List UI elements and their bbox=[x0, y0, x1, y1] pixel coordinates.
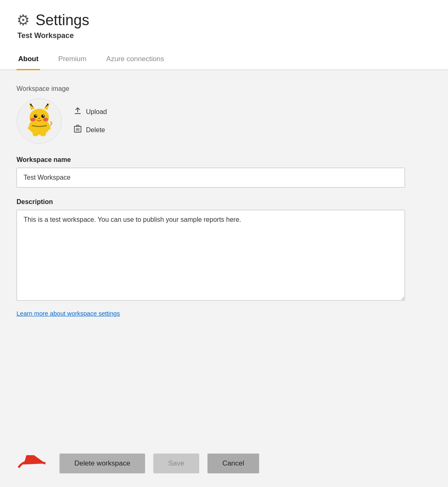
delete-label: Delete bbox=[86, 126, 105, 134]
svg-point-15 bbox=[33, 132, 38, 136]
workspace-image-label: Workspace image bbox=[17, 85, 431, 93]
svg-point-16 bbox=[40, 132, 46, 136]
workspace-avatar bbox=[17, 98, 62, 144]
svg-point-1 bbox=[30, 109, 49, 126]
svg-point-12 bbox=[43, 118, 48, 121]
image-actions: Upload Delete bbox=[74, 105, 107, 137]
tab-azure[interactable]: Azure connections bbox=[105, 51, 166, 70]
title-row: ⚙ Settings bbox=[17, 12, 431, 29]
svg-point-7 bbox=[41, 114, 45, 118]
pikachu-image bbox=[21, 102, 58, 140]
tabs-bar: About Premium Azure connections bbox=[0, 51, 448, 70]
svg-point-11 bbox=[30, 118, 36, 121]
arrow-annotation bbox=[17, 455, 50, 472]
content-area: Workspace image bbox=[0, 70, 448, 442]
footer: Delete workspace Save Cancel bbox=[0, 442, 448, 487]
workspace-subtitle: Test Workspace bbox=[17, 31, 431, 47]
tab-about[interactable]: About bbox=[17, 51, 40, 70]
workspace-name-label: Workspace name bbox=[17, 156, 431, 164]
delete-icon bbox=[74, 124, 82, 135]
description-textarea[interactable]: This is a test workspace. You can use to… bbox=[17, 210, 405, 301]
delete-workspace-button[interactable]: Delete workspace bbox=[60, 454, 145, 473]
upload-button[interactable]: Upload bbox=[74, 105, 107, 119]
tab-premium[interactable]: Premium bbox=[57, 51, 88, 70]
upload-icon bbox=[74, 107, 82, 117]
svg-point-9 bbox=[43, 115, 44, 116]
settings-title: Settings bbox=[36, 12, 89, 29]
upload-label: Upload bbox=[86, 108, 107, 116]
svg-point-6 bbox=[34, 114, 37, 118]
description-label: Description bbox=[17, 198, 431, 206]
header: ⚙ Settings Test Workspace bbox=[0, 0, 448, 51]
save-button[interactable]: Save bbox=[153, 454, 199, 473]
gear-icon: ⚙ bbox=[17, 13, 30, 28]
learn-more-link[interactable]: Learn more about workspace settings bbox=[17, 310, 120, 317]
workspace-name-input[interactable] bbox=[17, 168, 405, 188]
svg-marker-2 bbox=[29, 103, 35, 110]
cancel-button[interactable]: Cancel bbox=[207, 454, 259, 473]
svg-marker-4 bbox=[44, 103, 50, 110]
workspace-image-row: Upload Delete bbox=[17, 98, 431, 144]
delete-image-button[interactable]: Delete bbox=[74, 123, 107, 137]
svg-point-10 bbox=[38, 118, 40, 119]
red-arrow-icon bbox=[17, 455, 50, 472]
svg-point-8 bbox=[36, 115, 37, 116]
